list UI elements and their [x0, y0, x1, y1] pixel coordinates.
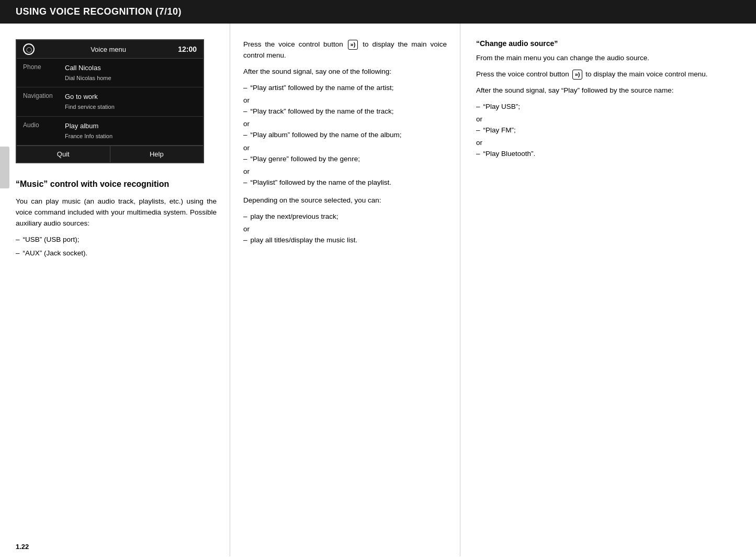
dash-icon-all-titles: –	[243, 235, 247, 245]
list-text-play-track: “Play track” followed by the name of the…	[251, 106, 394, 117]
voice-menu-row-navigation: Navigation Go to work Find service stati…	[17, 87, 203, 116]
list-text-play-bluetooth: “Play Bluetooth”.	[483, 149, 536, 159]
voice-menu-row-audio: Audio Play album France Info station	[17, 117, 203, 145]
col-right: “Change audio source” From the main menu…	[460, 24, 756, 556]
voice-menu-row-phone: Phone Call Nicolas Dial Nicolas home	[17, 59, 203, 87]
content-area: ◯ Voice menu 12:00 Phone Call Nicolas Di…	[0, 24, 756, 556]
list-item-play-bluetooth: – “Play Bluetooth”.	[476, 149, 740, 159]
voice-menu-label-phone: Phone	[23, 63, 65, 71]
voice-menu-screen: ◯ Voice menu 12:00 Phone Call Nicolas Di…	[16, 39, 204, 163]
voice-menu-label-audio: Audio	[23, 121, 65, 129]
or-text-2: or	[243, 120, 447, 128]
middle-voice-icon: »)	[348, 40, 358, 49]
voice-cmd-primary-nav: Go to work	[65, 92, 197, 103]
dash-icon-play-artist: –	[243, 83, 247, 93]
dash-icon-playlist: –	[243, 177, 247, 188]
depending-text: Depending on the source selected, you ca…	[243, 195, 447, 206]
dash-icon-next-prev: –	[243, 211, 247, 222]
change-audio-heading: “Change audio source”	[476, 39, 740, 48]
list-item-next-prev: – play the next/previous track;	[243, 211, 447, 222]
voice-menu-title: Voice menu	[39, 46, 178, 53]
list-item-playlist: – “Playlist” followed by the name of the…	[243, 177, 447, 188]
dash-icon-play-fm: –	[476, 125, 480, 136]
or-text-1: or	[243, 96, 447, 104]
right-after-text: After the sound signal, say “Play” follo…	[476, 85, 740, 96]
list-text-aux: “AUX” (Jack socket).	[23, 248, 88, 259]
dash-icon-play-bluetooth: –	[476, 149, 480, 159]
list-item-aux: – “AUX” (Jack socket).	[16, 248, 217, 259]
or-text-right-2: or	[476, 139, 740, 147]
dash-icon-play-album: –	[243, 130, 247, 140]
voice-menu-commands-phone: Call Nicolas Dial Nicolas home	[65, 63, 197, 83]
list-text-play-artist: “Play artist” followed by the name of th…	[251, 83, 394, 93]
list-item-play-genre: – “Play genre” followed by the genre;	[243, 154, 447, 164]
dash-icon-play-track: –	[243, 106, 247, 117]
middle-after-signal: After the sound signal, say one of the f…	[243, 66, 447, 77]
or-text-right-1: or	[476, 115, 740, 123]
or-text-3: or	[243, 144, 447, 152]
middle-press-text-1: Press the voice control button	[243, 40, 343, 48]
list-text-playlist: “Playlist” followed by the name of the p…	[251, 177, 391, 188]
voice-menu-time: 12:00	[178, 45, 197, 53]
col-left: ◯ Voice menu 12:00 Phone Call Nicolas Di…	[0, 24, 230, 556]
or-text-4: or	[243, 167, 447, 175]
middle-intro-press: Press the voice control button ») to dis…	[243, 39, 447, 61]
list-text-play-album: “Play album” followed by the name of the…	[251, 130, 402, 140]
right-voice-icon: »)	[572, 70, 583, 79]
list-text-play-genre: “Play genre” followed by the genre;	[251, 154, 360, 164]
voice-menu-help-btn[interactable]: Help	[110, 146, 204, 162]
music-body-text: You can play music (an audio track, play…	[16, 196, 217, 229]
voice-menu-header: ◯ Voice menu 12:00	[17, 40, 203, 59]
list-text-usb: “USB” (USB port);	[23, 234, 80, 245]
sidebar-tab	[0, 147, 9, 188]
list-text-next-prev: play the next/previous track;	[251, 211, 338, 222]
list-item-play-usb: – “Play USB”;	[476, 102, 740, 112]
page-title: USING VOICE RECOGNITION (7/10)	[16, 6, 182, 17]
voice-menu-commands-navigation: Go to work Find service station	[65, 92, 197, 111]
right-press-text-1: Press the voice control button	[476, 70, 569, 78]
voice-cmd-primary-audio: Play album	[65, 121, 197, 132]
voice-cmd-secondary-nav: Find service station	[65, 103, 197, 112]
or-text-5: or	[243, 225, 447, 233]
right-press-text-2: to display the main voice control menu.	[585, 70, 707, 78]
voice-circle-icon: ◯	[23, 43, 35, 55]
voice-cmd-secondary-phone: Dial Nicolas home	[65, 74, 197, 83]
list-item-play-album: – “Play album” followed by the name of t…	[243, 130, 447, 140]
list-text-all-titles: play all titles/display the music list.	[251, 235, 358, 245]
list-item-usb: – “USB” (USB port);	[16, 234, 217, 245]
page-container: USING VOICE RECOGNITION (7/10) ◯ Voice m…	[0, 0, 756, 560]
voice-cmd-primary-phone: Call Nicolas	[65, 63, 197, 74]
voice-menu-label-navigation: Navigation	[23, 92, 65, 99]
music-section-heading: “Music” control with voice recognition	[16, 179, 217, 190]
voice-menu-quit-btn[interactable]: Quit	[17, 146, 110, 162]
list-item-play-artist: – “Play artist” followed by the name of …	[243, 83, 447, 93]
col-middle: Press the voice control button ») to dis…	[230, 24, 460, 556]
change-audio-para1: From the main menu you can change the au…	[476, 53, 740, 64]
dash-icon-play-genre: –	[243, 154, 247, 164]
list-item-play-fm: – “Play FM”;	[476, 125, 740, 136]
page-number: 1.22	[16, 543, 29, 551]
voice-cmd-secondary-audio: France Info station	[65, 132, 197, 141]
voice-menu-footer: Quit Help	[17, 145, 203, 162]
page-title-bar: USING VOICE RECOGNITION (7/10)	[0, 0, 756, 24]
list-item-all-titles: – play all titles/display the music list…	[243, 235, 447, 245]
list-item-play-track: – “Play track” followed by the name of t…	[243, 106, 447, 117]
list-text-play-usb: “Play USB”;	[483, 102, 521, 112]
dash-icon-aux: –	[16, 248, 20, 259]
right-press-text: Press the voice control button ») to dis…	[476, 69, 740, 80]
dash-icon-usb: –	[16, 234, 20, 245]
dash-icon-play-usb: –	[476, 102, 480, 112]
list-text-play-fm: “Play FM”;	[483, 125, 516, 136]
voice-menu-commands-audio: Play album France Info station	[65, 121, 197, 141]
